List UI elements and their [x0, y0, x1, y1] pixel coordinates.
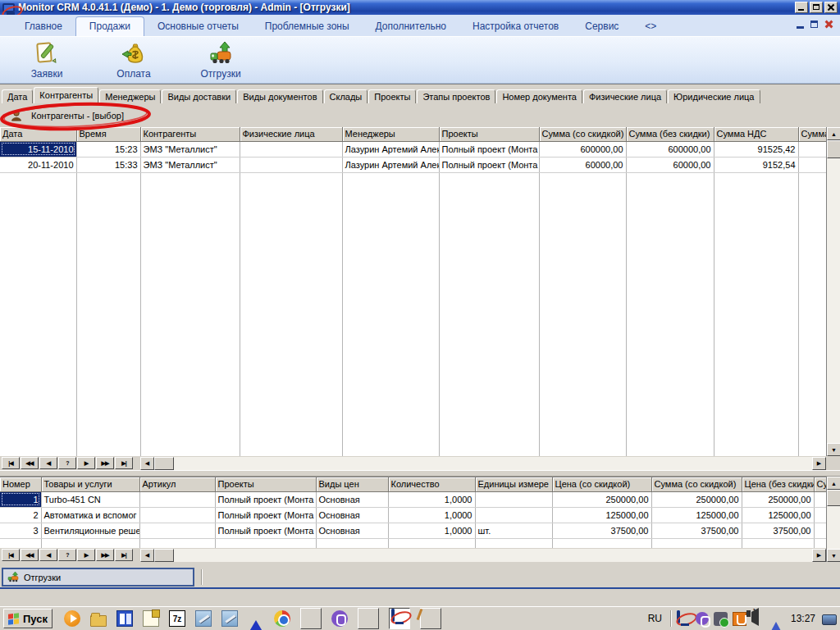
nav-last-button[interactable]: ▶| — [115, 457, 133, 469]
scroll-up-icon[interactable]: ▲ — [827, 477, 840, 490]
restore-button[interactable] — [810, 2, 823, 13]
col-tovary[interactable]: Товары и услуги — [41, 477, 139, 491]
cell-selected[interactable]: 15-11-2010 — [0, 141, 76, 157]
col-summa-bez-skidki[interactable]: Сумма (без скидки) — [626, 127, 714, 141]
language-indicator[interactable]: RU — [645, 613, 665, 624]
scroll-thumb[interactable] — [827, 490, 840, 506]
clock[interactable]: 13:27 — [789, 613, 817, 624]
tray-usb-icon[interactable] — [714, 612, 728, 626]
tab-kontragenty[interactable]: Контрагенты — [34, 87, 98, 103]
col-nomer[interactable]: Номер — [0, 477, 41, 491]
paint-app-icon[interactable] — [195, 610, 212, 627]
menu-item-dopolnitelno[interactable]: Дополнительно — [363, 17, 459, 36]
menu-item-problemnye-zony[interactable]: Проблемные зоны — [252, 17, 363, 36]
minimize-button[interactable] — [795, 2, 808, 13]
col-data[interactable]: Дата — [0, 127, 76, 141]
tab-vidy-dostavki[interactable]: Виды доставки — [162, 89, 236, 103]
nav-fast-back-button[interactable]: ◀◀ — [21, 457, 39, 469]
col-proekty[interactable]: Проекты — [439, 127, 539, 141]
col-summa-so-skidkoy-detail[interactable]: Сумма (со скидкой) — [651, 477, 742, 491]
scroll-left-icon[interactable]: ◀ — [140, 457, 154, 470]
app-task-button[interactable] — [358, 608, 379, 629]
monitor-crm-task-button[interactable] — [389, 608, 410, 629]
notes-app-icon[interactable] — [143, 610, 159, 627]
tray-volume-icon[interactable] — [751, 608, 759, 626]
palette-task-button[interactable] — [420, 608, 441, 629]
mdi-minimize-icon[interactable] — [797, 26, 804, 29]
tray-graphics-icon[interactable] — [770, 612, 782, 630]
detail-grid-hscrollbar[interactable]: ◀ ▶ — [140, 549, 826, 562]
menu-item-prodazhi[interactable]: Продажи — [75, 16, 144, 36]
nav-next-button[interactable]: ▶ — [77, 457, 95, 469]
tray-java-icon[interactable] — [733, 612, 746, 626]
payment-button[interactable]: Оплата — [102, 40, 166, 80]
show-desktop-icon[interactable] — [822, 614, 837, 625]
col-artikul[interactable]: Артикул — [139, 477, 215, 491]
col-summa-so-skidkoy[interactable]: Сумма (со скидкой) — [539, 127, 626, 141]
menu-item-nastroyka-otchetov[interactable]: Настройка отчетов — [459, 17, 572, 36]
col-tsena-so-skidkoy[interactable]: Цена (со скидкой) — [552, 477, 651, 491]
col-summa-s[interactable]: Сумма с — [798, 127, 826, 141]
col-kolichestvo[interactable]: Количество — [388, 477, 475, 491]
tab-fizicheskie-litsa[interactable]: Физические лица — [583, 89, 667, 103]
tab-yuridicheskie-litsa[interactable]: Юридические лица — [668, 89, 760, 103]
scroll-down-icon[interactable]: ▼ — [827, 443, 840, 456]
nav-fast-fwd-button[interactable]: ▶▶ — [96, 549, 114, 561]
mdi-restore-icon[interactable] — [810, 21, 818, 28]
media-player-icon[interactable] — [64, 610, 80, 627]
archiver-icon[interactable]: 7z — [169, 610, 185, 627]
scroll-thumb[interactable] — [154, 457, 174, 470]
menu-item-servis[interactable]: Сервис — [572, 17, 632, 36]
nav-last-button[interactable]: ▶| — [115, 549, 133, 561]
nav-first-button[interactable]: |◀ — [2, 457, 20, 469]
status-window-button[interactable]: Отгрузки — [2, 568, 194, 587]
col-menedzhery[interactable]: Менеджеры — [342, 127, 439, 141]
nav-fast-fwd-button[interactable]: ▶▶ — [96, 457, 114, 469]
viber-icon[interactable] — [331, 610, 348, 627]
orders-button[interactable]: Заявки — [15, 40, 79, 80]
scroll-up-icon[interactable]: ▲ — [827, 127, 840, 140]
tab-nomer-dokumenta[interactable]: Номер документа — [496, 89, 582, 103]
mdi-close-icon[interactable] — [824, 20, 833, 29]
nav-help-button[interactable]: ? — [58, 549, 76, 561]
menu-item-more[interactable]: <> — [632, 17, 669, 36]
firefox-task-button[interactable] — [300, 608, 322, 629]
col-vidy-tsen[interactable]: Виды цен — [316, 477, 388, 491]
detail-grid-vscrollbar[interactable]: ▲ ▼ — [826, 477, 840, 562]
notebook-app-icon[interactable] — [116, 610, 133, 627]
scroll-thumb[interactable] — [154, 549, 174, 562]
scroll-left-icon[interactable]: ◀ — [140, 549, 154, 562]
tab-data[interactable]: Дата — [2, 89, 33, 103]
folder-icon[interactable] — [90, 615, 107, 627]
close-button[interactable] — [824, 2, 838, 13]
tray-monitor-crm-icon[interactable] — [677, 610, 680, 623]
nav-next-button[interactable]: ▶ — [77, 549, 95, 561]
tab-etapy-proektov[interactable]: Этапы проектов — [417, 89, 495, 103]
nav-prev-button[interactable]: ◀ — [39, 549, 57, 561]
col-fiz-litsa[interactable]: Физические лица — [240, 127, 342, 141]
col-su[interactable]: Су — [814, 477, 826, 491]
scroll-right-icon[interactable]: ▶ — [812, 457, 826, 470]
tray-viber-icon[interactable] — [696, 612, 709, 625]
tab-sklady[interactable]: Склады — [324, 89, 368, 103]
main-grid-vscrollbar[interactable]: ▲ ▼ — [826, 127, 840, 456]
tab-vidy-dokumentov[interactable]: Виды документов — [237, 89, 322, 103]
tab-proekty[interactable]: Проекты — [368, 89, 416, 103]
scroll-thumb[interactable] — [827, 140, 840, 158]
col-vremya[interactable]: Время — [76, 127, 140, 141]
menu-item-osnovnye-otchety[interactable]: Основные отчеты — [144, 17, 252, 36]
nav-help-button[interactable]: ? — [58, 457, 76, 469]
nav-fast-back-button[interactable]: ◀◀ — [21, 549, 39, 561]
tab-menedzhery[interactable]: Менеджеры — [99, 89, 161, 103]
col-edinitsy[interactable]: Единицы измере — [475, 477, 552, 491]
nav-prev-button[interactable]: ◀ — [39, 457, 57, 469]
scroll-down-icon[interactable]: ▼ — [827, 549, 840, 562]
paint-app-icon-2[interactable] — [221, 610, 238, 627]
scroll-right-icon[interactable]: ▶ — [812, 549, 826, 562]
col-kontragenty[interactable]: Контрагенты — [140, 127, 240, 141]
menu-item-glavnoe[interactable]: Главное — [11, 17, 75, 36]
col-tsena-bez-skidki[interactable]: Цена (без скидки) — [742, 477, 814, 491]
col-proekty-detail[interactable]: Проекты — [215, 477, 316, 491]
col-summa-nds[interactable]: Сумма НДС — [714, 127, 798, 141]
grid-splitter[interactable] — [0, 470, 840, 477]
